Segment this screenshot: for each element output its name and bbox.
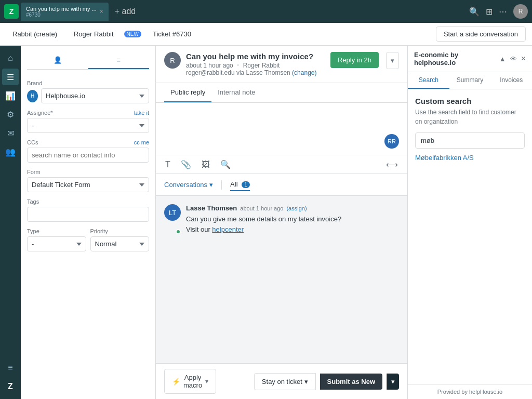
sidebar-tab-person[interactable]: 👤	[27, 52, 88, 69]
active-tab[interactable]: Can you help me with my ... #6730 ×	[21, 3, 109, 21]
type-priority-row: Type - Priority Normal	[27, 228, 149, 251]
nav-icon-settings[interactable]: ⚙	[2, 106, 19, 123]
reply-editor[interactable]	[156, 103, 407, 155]
panel-tab-bar: Search Summary Invoices	[408, 72, 532, 89]
msg-link-prefix: Visit our	[186, 225, 212, 233]
message-item: LT Lasse Thomsen about 1 hour ago (assig…	[164, 204, 399, 234]
format-button[interactable]: T	[162, 159, 174, 170]
stay-on-ticket-button[interactable]: Stay on ticket ▾	[254, 373, 316, 390]
apply-macro-button[interactable]: ⚡ Apply macro ▾	[164, 369, 216, 394]
views-icon[interactable]: ⊞	[486, 7, 493, 17]
msg-text: Can you give me some details on my lates…	[186, 214, 399, 224]
cc-me-link[interactable]: cc me	[134, 139, 149, 145]
topbar-icons: 🔍 ⊞ ⋯ R	[469, 4, 528, 19]
ticket-from-email: roger@rabbit.edu	[186, 69, 235, 76]
bottom-bar: ⚡ Apply macro ▾ Stay on ticket ▾ Submit …	[156, 363, 407, 399]
tags-input[interactable]	[27, 207, 149, 222]
panel-collapse-icon[interactable]: ▲	[499, 55, 506, 63]
nav-icon-menu[interactable]: ≡	[2, 360, 19, 376]
sidebar-tab-bar: 👤 ≡	[27, 52, 149, 70]
tags-section: Tags	[27, 198, 149, 222]
avatar[interactable]: R	[513, 4, 528, 19]
msg-avatar-wrapper: LT	[164, 204, 181, 234]
msg-assign-link[interactable]: (assign)	[286, 205, 307, 211]
type-select[interactable]: -	[27, 236, 86, 251]
reply-button[interactable]: Reply in 2h	[330, 52, 379, 68]
nav-bar: Rabbit (create) Roger Rabbit NEW Ticket …	[0, 23, 532, 46]
more-options-button[interactable]: ▾	[386, 52, 399, 69]
panel-tab-summary[interactable]: Summary	[449, 72, 491, 89]
panel-close-button[interactable]: ×	[521, 54, 526, 63]
panel-tab-invoices[interactable]: Invoices	[490, 72, 532, 89]
conversations-filter[interactable]: Conversations ▾	[164, 181, 213, 189]
ticket-change-link[interactable]: (change)	[292, 69, 316, 76]
form-select[interactable]: Default Ticket Form	[27, 177, 149, 192]
nav-icon-contacts[interactable]: 👥	[2, 143, 19, 160]
panel-tab-search[interactable]: Search	[408, 72, 449, 89]
translate-button[interactable]: ⟷	[383, 158, 401, 170]
tab-title: Can you help me with my ...	[26, 6, 97, 12]
msg-status-dot	[176, 229, 181, 234]
brand-icon: H	[27, 90, 38, 102]
form-label: Form	[27, 169, 149, 175]
msg-time: about 1 hour ago	[240, 205, 283, 211]
tab-public-reply[interactable]: Public reply	[164, 83, 211, 102]
attach-button[interactable]: 📎	[178, 158, 194, 170]
panel-footer: Provided by helpHouse.io	[408, 384, 532, 399]
nav-icon-compose[interactable]: ✉	[2, 125, 19, 141]
search-content-button[interactable]: 🔍	[217, 158, 234, 170]
ccs-label: CCs cc me	[27, 139, 149, 145]
nav-ticket[interactable]: Ticket #6730	[147, 27, 197, 41]
nav-icon-zendesk[interactable]: Z	[2, 378, 19, 395]
submit-button[interactable]: Submit as New	[320, 374, 382, 390]
main-content: ⌂ ☰ 📊 ⚙ ✉ 👥 ≡ Z 👤 ≡ Brand H Helphouse.io	[0, 46, 532, 399]
nav-icon-home[interactable]: ⌂	[2, 50, 19, 66]
apply-macro-label: Apply macro	[183, 374, 202, 389]
conv-divider	[221, 180, 222, 190]
msg-avatar: LT	[164, 204, 181, 221]
conv-tab-all[interactable]: All 1	[230, 178, 250, 191]
image-button[interactable]: 🖼	[198, 159, 213, 170]
custom-search-input[interactable]	[415, 132, 525, 149]
brand-select[interactable]: Helphouse.io	[41, 88, 149, 103]
result-link[interactable]: Møbelfabrikken A/S	[415, 154, 474, 162]
ticket-from-name: Roger Rabbit	[243, 62, 280, 69]
nav-roger[interactable]: Roger Rabbit	[68, 27, 120, 41]
nav-icon-stats[interactable]: 📊	[2, 87, 19, 104]
ccs-input[interactable]	[27, 148, 149, 163]
nav-brand[interactable]: Rabbit (create)	[6, 27, 63, 41]
submit-dropdown-button[interactable]: ▾	[387, 374, 399, 390]
priority-label: Priority	[90, 228, 150, 234]
search-icon[interactable]: 🔍	[469, 7, 480, 17]
center-panel: R Can you help me with my invoice? about…	[156, 46, 407, 399]
take-it-link[interactable]: take it	[134, 110, 149, 116]
priority-select[interactable]: Normal	[90, 236, 150, 251]
ticket-via: via Lasse Thomsen	[236, 69, 290, 76]
top-bar: Z Can you help me with my ... #6730 × + …	[0, 0, 532, 23]
submit-status: New	[361, 378, 375, 385]
apps-icon[interactable]: ⋯	[499, 7, 507, 17]
assignee-label: Assignee* take it	[27, 110, 149, 116]
sidebar-tab-list[interactable]: ≡	[88, 52, 150, 69]
panel-eye-icon[interactable]: 👁	[510, 55, 517, 63]
msg-helpcenter-link[interactable]: helpcenter	[212, 225, 244, 233]
ticket-title: Can you help me with my invoice?	[186, 52, 325, 61]
brand-section: Brand H Helphouse.io	[27, 80, 149, 103]
nav-badge: NEW	[124, 31, 141, 37]
tab-internal-note[interactable]: Internal note	[211, 83, 261, 102]
nav-icon-views[interactable]: ☰	[2, 69, 19, 85]
reply-toolbar: T 📎 🖼 🔍 ⟷	[156, 155, 407, 174]
msg-body: Lasse Thomsen about 1 hour ago (assign) …	[186, 204, 399, 234]
ticket-meta: about 1 hour ago • Roger Rabbit roger@ra…	[186, 62, 325, 76]
close-tab-icon[interactable]: ×	[100, 8, 103, 15]
stay-chevron-icon: ▾	[304, 378, 308, 385]
conversations-chevron: ▾	[209, 181, 213, 189]
priority-section: Priority Normal	[90, 228, 150, 251]
ticket-info: Can you help me with my invoice? about 1…	[186, 52, 325, 76]
agent-avatar: RR	[384, 134, 399, 149]
start-side-conversation-button[interactable]: Start a side conversation	[436, 26, 526, 42]
search-section-desc: Use the search field to find customer on…	[415, 108, 525, 126]
submit-label: Submit as	[327, 378, 360, 385]
add-tab-button[interactable]: + add	[111, 5, 140, 18]
assignee-select[interactable]: -	[27, 118, 149, 133]
